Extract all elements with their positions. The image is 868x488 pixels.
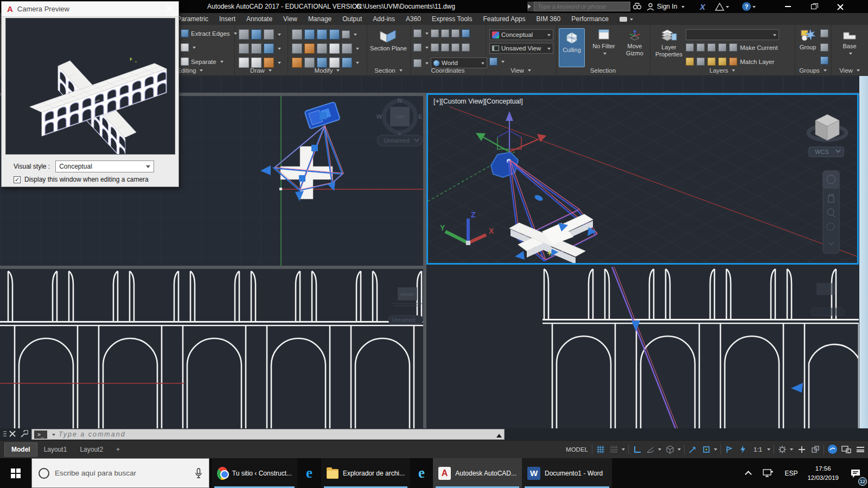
graphics-performance-icon[interactable]: [826, 443, 839, 456]
dialog-close-icon[interactable]: [166, 5, 173, 12]
view-controls-pill[interactable]: Unnamed: [377, 135, 423, 146]
taskbar-word[interactable]: W Documento1 - Word: [522, 458, 612, 488]
panel-label-draw[interactable]: Draw: [234, 66, 288, 75]
ortho-mode-icon[interactable]: [630, 443, 643, 456]
taskbar-ie[interactable]: e: [410, 458, 433, 488]
layer-tools-row1[interactable]: Make Current: [686, 43, 778, 52]
viewport-config-row[interactable]: [489, 57, 505, 66]
frustum-grip-1[interactable]: [311, 145, 318, 151]
tab-layout1[interactable]: Layout1: [37, 443, 74, 456]
drawing-scrollbar[interactable]: [859, 76, 868, 440]
isolate-objects-icon[interactable]: [809, 443, 822, 456]
tray-clock[interactable]: 17:56 12/03/2019: [803, 458, 843, 488]
layer-tools-row2[interactable]: Match Layer: [686, 57, 774, 66]
command-tools-icon[interactable]: [20, 430, 28, 439]
annotation-scale-control[interactable]: 1:1: [750, 443, 772, 456]
customization-menu-icon[interactable]: [854, 443, 867, 456]
camera-preview-dialog[interactable]: A Camera Preview: [1, 1, 179, 187]
panel-label-modify[interactable]: Modify: [288, 66, 367, 75]
viewport-bottom-right[interactable]: [426, 267, 859, 428]
taskbar-edge[interactable]: e: [297, 458, 321, 488]
coordinates-row2[interactable]: [413, 43, 470, 52]
group-addremove-row[interactable]: [820, 43, 828, 52]
frustum-grip-2[interactable]: [299, 175, 305, 182]
help-icon[interactable]: ?: [742, 0, 756, 13]
new-layout-button[interactable]: +: [110, 443, 126, 456]
a360-icon[interactable]: [715, 0, 729, 13]
view-controls-pill-faded[interactable]: Unnamed: [388, 316, 423, 324]
layer-dropdown[interactable]: [686, 29, 779, 40]
culling-button[interactable]: Culling: [559, 28, 585, 67]
taskbar-autocad[interactable]: A Autodesk AutoCAD...: [433, 458, 522, 488]
coordinates-row1[interactable]: [413, 29, 470, 37]
tray-language-indicator[interactable]: ESP: [779, 458, 803, 488]
help-search-box[interactable]: [534, 2, 630, 11]
sign-in-menu[interactable]: Sign In: [647, 0, 685, 13]
navigation-bar[interactable]: [823, 171, 839, 253]
separate-button[interactable]: Separate: [181, 57, 224, 66]
visual-style-dropdown[interactable]: Conceptual: [489, 29, 553, 40]
search-expand-button[interactable]: [527, 2, 534, 11]
visual-style-select[interactable]: Conceptual: [55, 160, 154, 172]
annotation-monitor-icon[interactable]: [795, 443, 808, 456]
tray-display-icon[interactable]: [757, 458, 779, 488]
section-plane-button[interactable]: Section Plane: [369, 29, 408, 52]
modify-row2[interactable]: [292, 43, 359, 54]
viewcube-faded-right[interactable]: [811, 283, 845, 316]
annotation-autoscale-icon[interactable]: [736, 443, 749, 456]
command-line[interactable]: >_: [31, 429, 505, 440]
tab-layout2[interactable]: Layout2: [73, 443, 110, 456]
tab-output[interactable]: Output: [337, 14, 367, 24]
command-prompt-icon[interactable]: >_: [34, 431, 47, 439]
viewport-bottom-left[interactable]: FRONT Unnamed: [0, 269, 423, 428]
help-search-input[interactable]: [534, 3, 630, 10]
tab-a360[interactable]: A360: [400, 14, 426, 24]
tab-view[interactable]: View: [278, 14, 303, 24]
annotation-visibility-icon[interactable]: [723, 443, 736, 456]
tab-addins[interactable]: Add-ins: [367, 14, 400, 24]
draw-row1[interactable]: [239, 29, 281, 40]
match-layer-button[interactable]: Match Layer: [740, 59, 774, 65]
command-close-icon[interactable]: [9, 430, 16, 438]
panel-label-groups[interactable]: Groups: [795, 66, 831, 75]
isometric-drafting-icon[interactable]: [663, 443, 682, 456]
panel-label-coordinates[interactable]: Coordinates: [410, 66, 486, 75]
restore-button[interactable]: [803, 1, 825, 12]
tray-show-hidden-icons[interactable]: [742, 458, 757, 488]
display-window-checkbox[interactable]: ✓: [14, 176, 21, 183]
solid-edit-button[interactable]: [181, 43, 196, 52]
taskbar-chrome[interactable]: Tu sitio ‹ Construct...: [212, 458, 297, 488]
clean-screen-icon[interactable]: [839, 443, 853, 456]
taskbar-explorer[interactable]: Explorador de archi...: [321, 458, 410, 488]
extract-edges-button[interactable]: Extract Edges: [181, 29, 237, 37]
command-input[interactable]: [59, 431, 493, 438]
tab-bim360[interactable]: BIM 360: [531, 14, 566, 24]
tab-manage[interactable]: Manage: [303, 14, 337, 24]
ribbon-display-toggle-icon[interactable]: [614, 15, 639, 23]
command-drag-handle[interactable]: [3, 431, 7, 438]
named-view-dropdown[interactable]: Unsaved View: [489, 43, 553, 54]
draw-row2[interactable]: [239, 43, 281, 54]
object-snap-icon[interactable]: [700, 443, 719, 456]
tab-insert[interactable]: Insert: [214, 14, 241, 24]
polar-tracking-icon[interactable]: [644, 443, 663, 456]
panel-label-section[interactable]: Section: [367, 66, 410, 75]
group-select-row[interactable]: [820, 56, 828, 65]
no-filter-button[interactable]: No Filter: [589, 28, 618, 55]
command-history-toggle[interactable]: [496, 431, 502, 438]
action-center-button[interactable]: 12: [843, 458, 868, 488]
camera-grip[interactable]: [320, 112, 327, 119]
microphone-icon[interactable]: [195, 468, 202, 479]
base-button[interactable]: Base: [837, 28, 863, 55]
dialog-title-bar[interactable]: A Camera Preview: [2, 2, 178, 17]
panel-label-views[interactable]: View: [831, 66, 868, 75]
close-button[interactable]: [829, 1, 851, 12]
layer-properties-button[interactable]: Layer Properties: [654, 28, 684, 57]
group-button[interactable]: Group: [796, 28, 819, 51]
make-current-button[interactable]: Make Current: [740, 44, 778, 51]
minimize-button[interactable]: [777, 1, 799, 12]
model-space-indicator[interactable]: MODEL: [564, 446, 590, 453]
tab-express-tools[interactable]: Express Tools: [426, 14, 477, 24]
panel-label-view[interactable]: View: [486, 66, 556, 75]
windows-search-box[interactable]: Escribe aquí para buscar: [31, 458, 209, 488]
